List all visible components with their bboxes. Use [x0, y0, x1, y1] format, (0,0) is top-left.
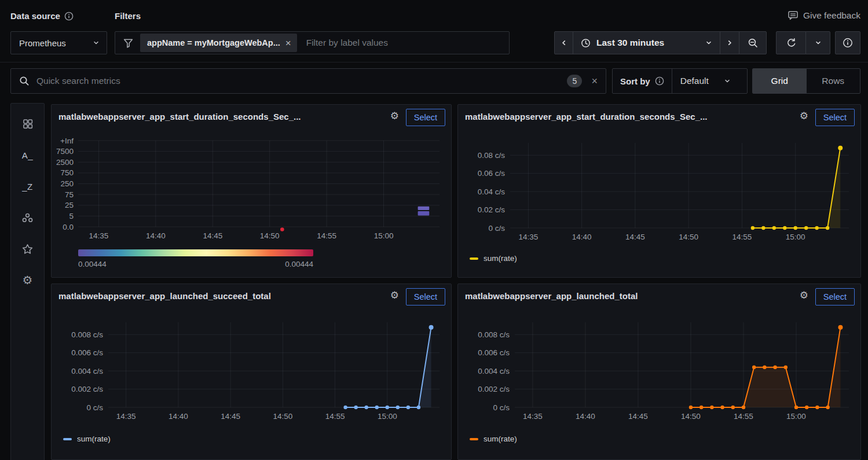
svg-text:14:55: 14:55	[317, 231, 336, 240]
legend-swatch	[470, 438, 478, 440]
line-chart-canvas[interactable]: 14:3514:4014:4514:5014:5515:000.08 c/s0.…	[462, 138, 856, 244]
clock-icon	[581, 38, 591, 48]
time-range-picker[interactable]: Last 30 minutes	[573, 31, 720, 54]
metrics-explorer-app: Data source Filters Prometheus appName =…	[0, 0, 868, 460]
panel-app-start-duration-rate: matlabwebappserver_app_start_duration_se…	[457, 104, 861, 278]
legend-swatch	[470, 257, 478, 260]
heatmap-canvas[interactable]: 14:3514:4014:4514:5014:5515:00+Inf750025…	[55, 136, 446, 243]
data-source-label: Data source	[10, 11, 74, 21]
svg-text:0 c/s: 0 c/s	[493, 403, 510, 412]
settings-gear-icon[interactable]: ⚙	[21, 273, 35, 287]
svg-text:0 c/s: 0 c/s	[86, 403, 103, 412]
data-source-label-text: Data source	[10, 11, 60, 21]
select-metric-button[interactable]: Select	[406, 288, 445, 306]
svg-text:7500: 7500	[56, 147, 74, 156]
sort-by-control: Sort by Default	[612, 68, 748, 94]
chevron-down-icon	[93, 39, 100, 46]
data-source-picker[interactable]: Prometheus	[10, 31, 107, 54]
clear-search-icon[interactable]: ×	[591, 76, 598, 86]
metrics-search-box: 5 ×	[10, 68, 606, 94]
svg-text:75: 75	[65, 190, 74, 199]
legend-label: sum(rate)	[77, 435, 111, 443]
svg-text:15:00: 15:00	[786, 233, 805, 241]
gear-icon[interactable]: ⚙	[390, 111, 399, 121]
scale-max-label: 0.00444	[285, 260, 313, 268]
line-chart-canvas[interactable]: 14:3514:4014:4514:5014:5515:000.008 c/s0…	[55, 318, 446, 424]
svg-text:14:40: 14:40	[576, 412, 595, 421]
legend-label: sum(rate)	[484, 435, 517, 443]
comment-icon	[788, 10, 799, 21]
bookmarks-star-icon[interactable]	[21, 242, 35, 256]
view-rows-option[interactable]: Rows	[807, 69, 860, 93]
scale-min-label: 0.00444	[78, 260, 107, 268]
panel-app-start-duration-heatmap: matlabwebappserver_app_start_duration_se…	[51, 104, 452, 278]
sort-az-icon[interactable]: A_	[21, 148, 35, 162]
legend-item[interactable]: sum(rate)	[470, 435, 517, 443]
svg-text:15:00: 15:00	[374, 231, 394, 240]
svg-text:0.04 c/s: 0.04 c/s	[478, 187, 506, 196]
svg-text:+Inf: +Inf	[60, 137, 74, 145]
metrics-sidebar: A_ _Z ⚙	[10, 103, 45, 460]
legend-item[interactable]: sum(rate)	[63, 435, 111, 443]
time-range-forward-button[interactable]	[720, 31, 739, 54]
gear-icon[interactable]: ⚙	[800, 290, 808, 300]
info-button[interactable]	[835, 31, 860, 54]
sort-za-icon[interactable]: _Z	[21, 179, 35, 193]
sort-az-label: A_	[22, 150, 33, 160]
select-metric-button[interactable]: Select	[815, 109, 855, 126]
svg-text:14:50: 14:50	[681, 412, 701, 421]
give-feedback-button[interactable]: Give feedback	[788, 10, 860, 21]
svg-text:14:35: 14:35	[518, 233, 538, 241]
svg-text:0.0: 0.0	[63, 223, 74, 231]
chevron-down-icon	[705, 39, 712, 46]
sort-by-select[interactable]: Default	[672, 69, 738, 93]
svg-text:0.08 c/s: 0.08 c/s	[478, 151, 506, 160]
filters-label: Filters	[115, 11, 141, 21]
svg-text:0.002 c/s: 0.002 c/s	[71, 385, 103, 393]
svg-text:0.06 c/s: 0.06 c/s	[478, 169, 506, 178]
legend-item[interactable]: sum(rate)	[470, 254, 517, 263]
close-icon[interactable]: ×	[285, 38, 291, 48]
svg-text:0.002 c/s: 0.002 c/s	[478, 385, 510, 393]
filter-chip[interactable]: appName = myMortgageWebAp... ×	[140, 34, 297, 52]
svg-text:14:50: 14:50	[679, 233, 698, 241]
view-toggle: Grid Rows	[752, 68, 860, 94]
svg-text:14:45: 14:45	[221, 412, 240, 421]
svg-text:14:40: 14:40	[572, 233, 592, 241]
filters-bar: appName = myMortgageWebAp... ×	[115, 31, 510, 54]
info-icon[interactable]	[64, 12, 74, 21]
filter-values-input[interactable]	[305, 37, 503, 49]
zoom-out-button[interactable]	[739, 31, 767, 54]
time-range-back-button[interactable]	[554, 31, 573, 54]
heatmap-color-scale	[78, 249, 313, 256]
refresh-button[interactable]	[776, 31, 806, 54]
sort-by-label-text: Sort by	[620, 76, 650, 86]
filter-chip-label: appName = myMortgageWebAp...	[147, 38, 280, 47]
select-metric-button[interactable]: Select	[815, 288, 855, 306]
svg-text:25: 25	[65, 201, 74, 209]
view-grid-option[interactable]: Grid	[753, 69, 807, 93]
svg-text:750: 750	[60, 168, 74, 177]
svg-text:14:40: 14:40	[169, 412, 188, 421]
group-metrics-icon[interactable]	[21, 211, 35, 225]
svg-text:14:55: 14:55	[325, 412, 345, 421]
panel-title: matlabwebappserver_app_launched_total	[465, 291, 765, 301]
legend-label: sum(rate)	[484, 254, 517, 263]
svg-text:0.02 c/s: 0.02 c/s	[478, 205, 506, 214]
info-icon[interactable]	[655, 76, 664, 86]
line-chart-canvas[interactable]: 14:3514:4014:4514:5014:5515:000.008 c/s0…	[462, 318, 856, 424]
svg-text:14:35: 14:35	[89, 231, 109, 240]
view-all-metrics-icon[interactable]	[21, 117, 35, 131]
refresh-interval-dropdown[interactable]	[805, 31, 830, 54]
header-divider	[0, 62, 868, 62]
panel-app-launched-total: matlabwebappserver_app_launched_total ⚙ …	[457, 284, 861, 460]
svg-text:14:55: 14:55	[734, 412, 753, 421]
gear-icon[interactable]: ⚙	[800, 111, 808, 121]
heatmap-scale-labels: 0.00444 0.00444	[78, 260, 313, 268]
search-input[interactable]	[35, 75, 567, 87]
svg-text:14:50: 14:50	[273, 412, 292, 421]
select-metric-button[interactable]: Select	[406, 109, 445, 126]
gear-icon[interactable]: ⚙	[390, 290, 399, 300]
svg-text:14:45: 14:45	[625, 233, 645, 241]
svg-text:14:45: 14:45	[203, 231, 222, 240]
